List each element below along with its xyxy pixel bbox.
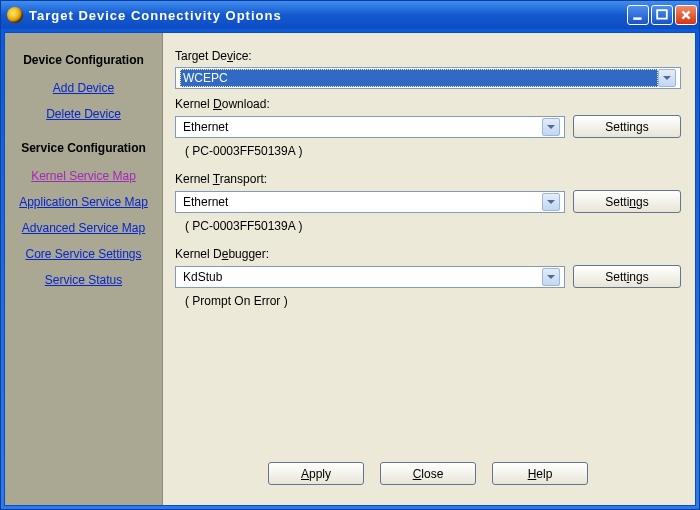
application-service-map-link[interactable]: Application Service Map — [19, 195, 148, 209]
svg-rect-0 — [633, 17, 641, 19]
help-button[interactable]: Help — [492, 462, 588, 485]
window: Target Device Connectivity Options Devic… — [0, 0, 700, 510]
close-button[interactable] — [675, 5, 697, 25]
window-buttons — [627, 5, 697, 25]
minimize-icon — [632, 9, 644, 21]
kernel-download-settings-button[interactable]: Settings — [573, 115, 681, 138]
chevron-down-icon[interactable] — [658, 69, 676, 87]
apply-button[interactable]: Apply — [268, 462, 364, 485]
kernel-debugger-value: KdStub — [183, 270, 222, 284]
kernel-download-label: Kernel Download: — [175, 97, 681, 111]
titlebar[interactable]: Target Device Connectivity Options — [1, 1, 699, 29]
svg-rect-1 — [657, 10, 667, 18]
kernel-download-subtext: ( PC-0003FF50139A ) — [185, 144, 681, 158]
maximize-button[interactable] — [651, 5, 673, 25]
app-icon — [7, 7, 23, 23]
kernel-download-value: Ethernet — [183, 120, 228, 134]
kernel-transport-settings-button[interactable]: Settings — [573, 190, 681, 213]
kernel-debugger-settings-button[interactable]: Settings — [573, 265, 681, 288]
kernel-service-map-link[interactable]: Kernel Service Map — [31, 169, 136, 183]
add-device-link[interactable]: Add Device — [53, 81, 114, 95]
service-status-link[interactable]: Service Status — [45, 273, 122, 287]
chevron-down-icon[interactable] — [542, 268, 560, 286]
bottom-button-bar: Apply Close Help — [175, 456, 681, 495]
minimize-button[interactable] — [627, 5, 649, 25]
kernel-transport-value: Ethernet — [183, 195, 228, 209]
service-configuration-heading: Service Configuration — [21, 141, 146, 155]
close-dialog-button[interactable]: Close — [380, 462, 476, 485]
kernel-download-select[interactable]: Ethernet — [175, 116, 565, 138]
target-device-value: WCEPC — [183, 71, 228, 85]
kernel-transport-subtext: ( PC-0003FF50139A ) — [185, 219, 681, 233]
chevron-down-icon[interactable] — [542, 118, 560, 136]
kernel-debugger-label: Kernel Debugger: — [175, 247, 681, 261]
core-service-settings-link[interactable]: Core Service Settings — [25, 247, 141, 261]
kernel-transport-select[interactable]: Ethernet — [175, 191, 565, 213]
target-device-select[interactable]: WCEPC — [175, 67, 681, 89]
advanced-service-map-link[interactable]: Advanced Service Map — [22, 221, 145, 235]
main-panel: Target Device: WCEPC Kernel Download: Et… — [163, 33, 695, 505]
close-icon — [680, 9, 692, 21]
kernel-transport-label: Kernel Transport: — [175, 172, 681, 186]
target-device-label: Target Device: — [175, 49, 681, 63]
client-area: Device Configuration Add Device Delete D… — [4, 32, 696, 506]
sidebar: Device Configuration Add Device Delete D… — [5, 33, 163, 505]
kernel-debugger-select[interactable]: KdStub — [175, 266, 565, 288]
form-area: Target Device: WCEPC Kernel Download: Et… — [175, 49, 681, 456]
delete-device-link[interactable]: Delete Device — [46, 107, 121, 121]
kernel-debugger-subtext: ( Prompt On Error ) — [185, 294, 681, 308]
window-title: Target Device Connectivity Options — [29, 8, 627, 23]
chevron-down-icon[interactable] — [542, 193, 560, 211]
device-configuration-heading: Device Configuration — [23, 53, 144, 67]
maximize-icon — [656, 9, 668, 21]
